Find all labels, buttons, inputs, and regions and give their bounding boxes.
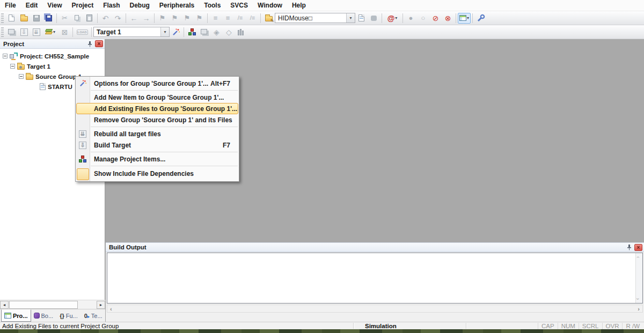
menu-debug[interactable]: Debug bbox=[125, 0, 155, 11]
menu-item-remove-group[interactable]: Remove Group 'Source Group 1' and its Fi… bbox=[76, 114, 239, 125]
menu-help[interactable]: Help bbox=[287, 0, 311, 11]
tab-functions[interactable]: {} Fu... bbox=[57, 309, 80, 322]
build-vertical-scrollbar[interactable]: › › bbox=[635, 253, 642, 303]
comment-button[interactable]: /≡ bbox=[234, 12, 246, 24]
diamond-icon: ◈ bbox=[214, 28, 219, 36]
rebuild-button[interactable]: ⇊ bbox=[30, 26, 42, 38]
expand-toggle[interactable] bbox=[10, 64, 15, 69]
project-window-toggle-button[interactable]: ▾ bbox=[458, 13, 471, 24]
navigate-back-button[interactable]: ← bbox=[128, 12, 140, 24]
options-for-target-button[interactable] bbox=[170, 26, 182, 38]
menu-item-add-new-item[interactable]: Add New Item to Group 'Source Group 1'..… bbox=[76, 92, 239, 103]
expand-toggle[interactable] bbox=[3, 54, 8, 58]
save-button[interactable] bbox=[30, 12, 42, 24]
multi-project-button[interactable] bbox=[198, 26, 210, 38]
expand-toggle[interactable] bbox=[19, 74, 24, 79]
paste-button[interactable] bbox=[83, 12, 96, 24]
incremental-find-button[interactable] bbox=[368, 12, 380, 24]
menu-edit[interactable]: Edit bbox=[21, 0, 43, 11]
find-in-files-button[interactable]: ✎ bbox=[262, 12, 275, 24]
menu-item-show-include-dependencies[interactable]: ✓ Show Include File Dependencies bbox=[76, 167, 239, 180]
search-scope-button[interactable]: @▾ bbox=[384, 12, 401, 24]
configure-button[interactable] bbox=[474, 12, 487, 24]
new-file-button[interactable] bbox=[5, 12, 18, 24]
close-panel-button[interactable]: × bbox=[634, 244, 642, 251]
menu-file[interactable]: File bbox=[0, 0, 21, 11]
file-extensions-button[interactable]: ◈ bbox=[210, 26, 223, 38]
save-all-button[interactable] bbox=[42, 12, 55, 24]
stop-build-button[interactable]: ⊠ bbox=[58, 26, 71, 38]
indent-right-button[interactable]: ≡ bbox=[209, 12, 222, 24]
close-panel-button[interactable]: × bbox=[95, 40, 103, 47]
uncomment-button[interactable]: /≡ bbox=[246, 12, 259, 24]
copy-button[interactable] bbox=[71, 12, 83, 24]
kill-all-breakpoints-button[interactable]: ⊗ bbox=[442, 12, 454, 24]
cut-button[interactable]: ✂ bbox=[58, 12, 71, 24]
open-file-button[interactable] bbox=[18, 12, 30, 24]
menu-item-options-for-group[interactable]: Options for Group 'Source Group 1'... Al… bbox=[76, 78, 239, 89]
download-button[interactable]: LOAD bbox=[75, 26, 90, 38]
tab-books[interactable]: Bo... bbox=[31, 309, 56, 322]
menu-window[interactable]: Window bbox=[253, 0, 287, 11]
build-button[interactable]: ⇩ bbox=[18, 26, 30, 38]
redo-icon: ↷ bbox=[115, 14, 121, 22]
scroll-left-button[interactable]: ◄ bbox=[0, 301, 9, 309]
bookmark-next-button[interactable]: ⚑ bbox=[169, 12, 181, 24]
manage-project-items-button[interactable] bbox=[186, 26, 198, 38]
indent-left-button[interactable]: ≡ bbox=[222, 12, 234, 24]
bookmark-clear-button[interactable]: ⚑ bbox=[193, 12, 206, 24]
bookmark-toggle-button[interactable]: ⚑ bbox=[156, 12, 169, 24]
enable-breakpoint-button[interactable]: ○ bbox=[417, 12, 429, 24]
navigate-forward-button[interactable]: → bbox=[140, 12, 152, 24]
menu-item-rebuild-all[interactable]: ⇊ Rebuild all target files bbox=[76, 128, 239, 139]
search-combobox[interactable]: HIDMouse□ ▾ bbox=[275, 13, 355, 23]
menu-item-add-existing-files[interactable]: Add Existing Files to Group 'Source Grou… bbox=[76, 103, 239, 114]
scrollbar-thumb[interactable] bbox=[9, 301, 78, 309]
pin-button[interactable] bbox=[86, 40, 93, 47]
tree-label: Target 1 bbox=[27, 63, 50, 70]
tree-item-project[interactable]: Project: CH552_Sample bbox=[0, 51, 105, 61]
target-folder-icon bbox=[17, 64, 25, 70]
menu-item-manage-project-items[interactable]: Manage Project Items... bbox=[76, 153, 239, 165]
bookmark-prev-button[interactable]: ⚑ bbox=[181, 12, 193, 24]
build-output-content[interactable]: › › bbox=[107, 253, 643, 304]
menu-project[interactable]: Project bbox=[67, 0, 98, 11]
menu-item-label: Manage Project Items... bbox=[94, 156, 165, 163]
scroll-right-button[interactable]: ► bbox=[97, 301, 105, 309]
chevron-down-icon: ▾ bbox=[164, 29, 166, 34]
manage-books-button[interactable] bbox=[235, 26, 247, 38]
books-config-button[interactable]: ◇ bbox=[223, 26, 235, 38]
toolbar-grip[interactable] bbox=[1, 27, 4, 37]
tab-label: Fu... bbox=[66, 313, 78, 319]
project-horizontal-scrollbar[interactable]: ◄ ► bbox=[0, 300, 105, 309]
menu-peripherals[interactable]: Peripherals bbox=[155, 0, 199, 11]
tree-item-target[interactable]: Target 1 bbox=[0, 61, 105, 71]
find-next-button[interactable] bbox=[355, 12, 368, 24]
target-dropdown-button[interactable]: ▾ bbox=[160, 27, 169, 36]
chevron-down-icon: ▾ bbox=[53, 29, 55, 34]
menu-svcs[interactable]: SVCS bbox=[225, 0, 253, 11]
menu-view[interactable]: View bbox=[42, 0, 67, 11]
tab-templates[interactable]: 0▸ Te... bbox=[82, 309, 105, 322]
translate-button[interactable] bbox=[5, 26, 18, 38]
search-input[interactable]: HIDMouse□ bbox=[275, 14, 346, 22]
search-dropdown-button[interactable]: ▾ bbox=[346, 13, 355, 23]
arrow-left-icon: ◄ bbox=[3, 303, 6, 307]
target-select-value[interactable]: Target 1 bbox=[94, 28, 160, 36]
batch-build-button[interactable]: ▾ bbox=[42, 26, 58, 38]
disable-all-breakpoints-button[interactable]: ⊘ bbox=[429, 12, 442, 24]
tab-project[interactable]: Pro... bbox=[1, 309, 31, 322]
insert-breakpoint-button[interactable]: ● bbox=[405, 12, 417, 24]
pin-button[interactable] bbox=[625, 244, 633, 251]
menu-item-build-target[interactable]: ⇩ Build Target F7 bbox=[76, 139, 239, 151]
redo-button[interactable]: ↷ bbox=[112, 12, 124, 24]
target-combobox[interactable]: Target 1 ▾ bbox=[93, 27, 170, 37]
menu-bar: File Edit View Project Flash Debug Perip… bbox=[0, 0, 644, 11]
source-file-icon bbox=[40, 83, 46, 90]
menu-tools[interactable]: Tools bbox=[199, 0, 225, 11]
cut-icon: ✂ bbox=[62, 14, 68, 21]
toolbar-grip[interactable] bbox=[1, 13, 4, 23]
menu-flash[interactable]: Flash bbox=[98, 0, 125, 11]
undo-button[interactable]: ↶ bbox=[99, 12, 112, 24]
build-horizontal-scrollbar[interactable]: ‹ › bbox=[107, 305, 643, 313]
